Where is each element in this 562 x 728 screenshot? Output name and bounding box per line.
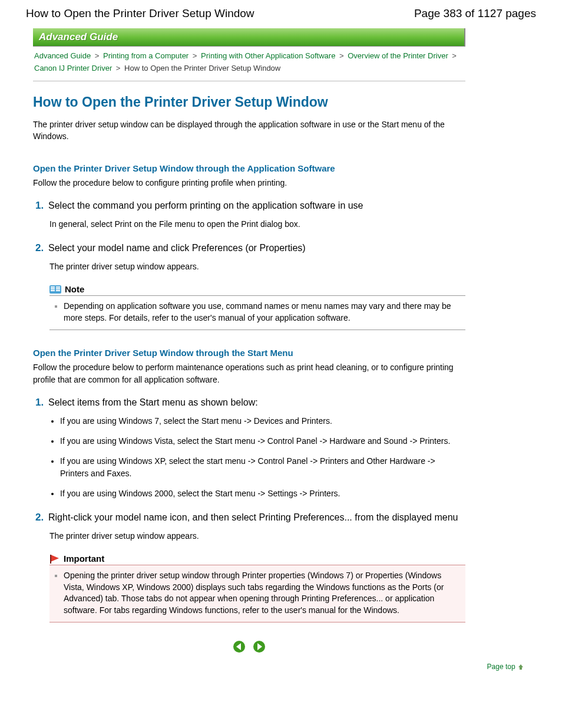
section2-desc: Follow the procedure below to perform ma… [33, 361, 465, 386]
step: 1. Select items from the Start menu as s… [33, 396, 465, 499]
next-page-icon[interactable] [253, 640, 266, 653]
step: 2. Select your model name and click Pref… [33, 242, 465, 272]
step-number: 1. [35, 397, 48, 409]
breadcrumb-link[interactable]: Printing from a Computer [103, 51, 189, 60]
page-title: How to Open the Printer Driver Setup Win… [33, 94, 465, 110]
svg-rect-6 [56, 290, 60, 291]
svg-rect-8 [50, 555, 51, 564]
breadcrumb-link[interactable]: Overview of the Printer Driver [348, 51, 448, 60]
step-title: Select your model name and click Prefere… [48, 242, 306, 255]
breadcrumb-link[interactable]: Canon IJ Printer Driver [34, 64, 112, 73]
section1-heading: Open the Printer Driver Setup Window thr… [33, 163, 465, 173]
step-body: The printer driver setup window appears. [49, 261, 465, 272]
step-title: Right-click your model name icon, and th… [48, 511, 458, 524]
section2-heading: Open the Printer Driver Setup Window thr… [33, 348, 465, 358]
step: 1. Select the command you perform printi… [33, 199, 465, 230]
step-body: In general, select Print on the File men… [49, 218, 465, 230]
svg-marker-13 [518, 664, 523, 670]
list-item: If you are using Windows XP, select the … [60, 455, 465, 479]
svg-rect-5 [56, 288, 60, 289]
prev-page-icon[interactable] [233, 640, 246, 653]
page-header: How to Open the Printer Driver Setup Win… [26, 7, 536, 20]
note-icon [49, 285, 62, 294]
step-number: 2. [35, 512, 48, 523]
breadcrumb-sep: > [338, 51, 346, 60]
breadcrumb-current: How to Open the Printer Driver Setup Win… [124, 64, 280, 73]
up-arrow-icon [517, 663, 524, 670]
important-flag-icon [49, 554, 61, 564]
breadcrumb-sep: > [191, 51, 199, 60]
list-item: If you are using Windows 2000, select th… [60, 487, 465, 499]
list-item: If you are using Windows 7, select the S… [60, 415, 465, 427]
breadcrumb-sep: > [450, 51, 458, 60]
breadcrumb: Advanced Guide > Printing from a Compute… [33, 47, 465, 81]
bullet-list: If you are using Windows 7, select the S… [49, 415, 465, 499]
breadcrumb-sep: > [93, 51, 101, 60]
list-item: If you are using Windows Vista, select t… [60, 435, 465, 447]
step: 2. Right-click your model name icon, and… [33, 511, 465, 542]
breadcrumb-sep: > [114, 64, 123, 73]
nav-arrows [33, 640, 465, 655]
step-title: Select the command you perform printing … [48, 199, 363, 212]
step-number: 1. [35, 200, 48, 212]
svg-rect-4 [56, 286, 60, 288]
svg-marker-7 [51, 555, 59, 562]
section1-desc: Follow the procedure below to configure … [33, 177, 465, 189]
page-top-link[interactable]: Page top [33, 662, 524, 671]
step-number: 2. [35, 242, 48, 254]
guide-banner: Advanced Guide [33, 28, 465, 47]
important-text: Opening the printer driver setup window … [64, 570, 463, 616]
important-callout: Important Opening the printer driver set… [49, 554, 465, 622]
breadcrumb-link[interactable]: Advanced Guide [34, 51, 91, 60]
important-label: Important [64, 554, 104, 564]
step-title: Select items from the Start menu as show… [48, 396, 258, 409]
note-text: Depending on application software you us… [64, 301, 463, 324]
intro-text: The printer driver setup window can be d… [33, 118, 465, 143]
svg-rect-1 [51, 286, 55, 288]
step-body: The printer driver setup window appears. [49, 530, 465, 542]
header-title: How to Open the Printer Driver Setup Win… [26, 7, 254, 20]
page-indicator: Page 383 of 1127 pages [414, 7, 536, 20]
breadcrumb-link[interactable]: Printing with Other Application Software [201, 51, 335, 60]
note-callout: Note Depending on application software y… [49, 284, 465, 330]
svg-rect-3 [51, 290, 55, 291]
svg-rect-2 [51, 288, 55, 289]
note-label: Note [65, 284, 84, 294]
